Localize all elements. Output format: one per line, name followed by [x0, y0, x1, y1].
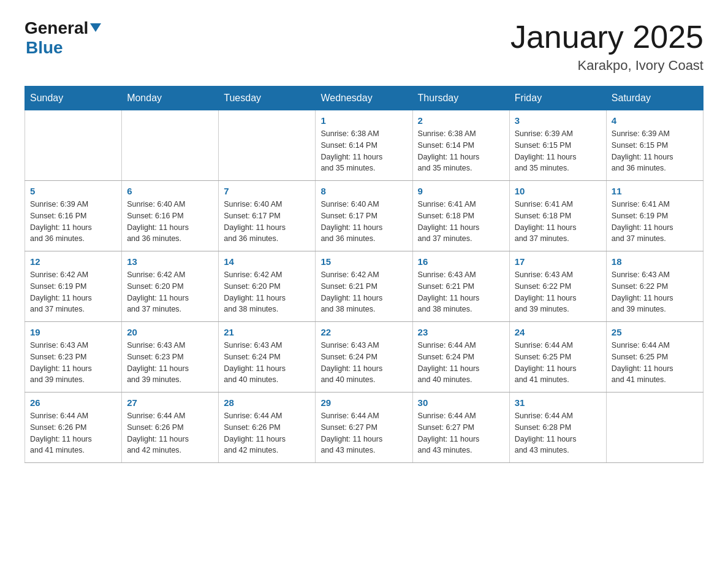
day-number: 2	[418, 115, 504, 126]
day-info: Sunrise: 6:41 AMSunset: 6:18 PMDaylight:…	[515, 199, 601, 245]
day-info: Sunrise: 6:44 AMSunset: 6:26 PMDaylight:…	[224, 410, 310, 456]
calendar-cell: 16Sunrise: 6:43 AMSunset: 6:21 PMDayligh…	[412, 251, 509, 322]
day-info: Sunrise: 6:44 AMSunset: 6:26 PMDaylight:…	[30, 410, 116, 456]
calendar-week-row-3: 12Sunrise: 6:42 AMSunset: 6:19 PMDayligh…	[25, 251, 703, 322]
day-info: Sunrise: 6:44 AMSunset: 6:25 PMDaylight:…	[515, 340, 601, 386]
calendar-cell: 19Sunrise: 6:43 AMSunset: 6:23 PMDayligh…	[25, 322, 122, 393]
calendar-cell: 25Sunrise: 6:44 AMSunset: 6:25 PMDayligh…	[606, 322, 703, 393]
day-number: 11	[612, 186, 698, 196]
day-info: Sunrise: 6:43 AMSunset: 6:24 PMDaylight:…	[320, 340, 407, 386]
calendar-week-row-5: 26Sunrise: 6:44 AMSunset: 6:26 PMDayligh…	[25, 393, 703, 463]
weekday-header-wednesday: Wednesday	[316, 86, 412, 110]
day-info: Sunrise: 6:43 AMSunset: 6:22 PMDaylight:…	[515, 269, 601, 315]
calendar-cell: 8Sunrise: 6:40 AMSunset: 6:17 PMDaylight…	[316, 181, 412, 251]
svg-marker-0	[90, 23, 101, 32]
calendar-week-row-1: 1Sunrise: 6:38 AMSunset: 6:14 PMDaylight…	[25, 110, 703, 181]
day-number: 5	[30, 186, 116, 196]
day-number: 15	[320, 256, 407, 267]
logo-general-text: General	[25, 18, 88, 38]
day-number: 12	[30, 256, 116, 267]
day-number: 19	[30, 327, 116, 337]
day-number: 9	[418, 186, 504, 196]
calendar-cell: 23Sunrise: 6:44 AMSunset: 6:24 PMDayligh…	[412, 322, 509, 393]
calendar-cell	[25, 110, 122, 181]
calendar-title: January 2025	[510, 18, 703, 55]
day-number: 27	[127, 397, 213, 408]
calendar-cell: 7Sunrise: 6:40 AMSunset: 6:17 PMDaylight…	[219, 181, 316, 251]
day-info: Sunrise: 6:39 AMSunset: 6:15 PMDaylight:…	[612, 128, 698, 174]
day-number: 20	[127, 327, 213, 337]
calendar-cell: 9Sunrise: 6:41 AMSunset: 6:18 PMDaylight…	[412, 181, 509, 251]
day-number: 13	[127, 256, 213, 267]
calendar-cell: 1Sunrise: 6:38 AMSunset: 6:14 PMDaylight…	[316, 110, 412, 181]
day-number: 21	[224, 327, 310, 337]
day-info: Sunrise: 6:43 AMSunset: 6:21 PMDaylight:…	[418, 269, 504, 315]
day-number: 7	[224, 186, 310, 196]
day-number: 23	[418, 327, 504, 337]
weekday-header-saturday: Saturday	[606, 86, 703, 110]
day-info: Sunrise: 6:44 AMSunset: 6:28 PMDaylight:…	[515, 410, 601, 456]
calendar-cell: 18Sunrise: 6:43 AMSunset: 6:22 PMDayligh…	[606, 251, 703, 322]
day-info: Sunrise: 6:41 AMSunset: 6:18 PMDaylight:…	[418, 199, 504, 245]
logo: General Blue	[25, 18, 101, 58]
calendar-cell: 28Sunrise: 6:44 AMSunset: 6:26 PMDayligh…	[219, 393, 316, 463]
calendar-cell: 24Sunrise: 6:44 AMSunset: 6:25 PMDayligh…	[509, 322, 606, 393]
calendar-table: SundayMondayTuesdayWednesdayThursdayFrid…	[25, 86, 703, 463]
day-info: Sunrise: 6:44 AMSunset: 6:27 PMDaylight:…	[320, 410, 407, 456]
weekday-header-sunday: Sunday	[25, 86, 122, 110]
logo-blue-text: Blue	[26, 38, 63, 58]
calendar-subtitle: Karakpo, Ivory Coast	[510, 58, 703, 74]
calendar-cell: 17Sunrise: 6:43 AMSunset: 6:22 PMDayligh…	[509, 251, 606, 322]
day-number: 18	[612, 256, 698, 267]
day-info: Sunrise: 6:43 AMSunset: 6:23 PMDaylight:…	[127, 340, 213, 386]
calendar-cell: 29Sunrise: 6:44 AMSunset: 6:27 PMDayligh…	[316, 393, 412, 463]
day-info: Sunrise: 6:42 AMSunset: 6:19 PMDaylight:…	[30, 269, 116, 315]
weekday-header-thursday: Thursday	[412, 86, 509, 110]
calendar-cell: 26Sunrise: 6:44 AMSunset: 6:26 PMDayligh…	[25, 393, 122, 463]
weekday-header-friday: Friday	[509, 86, 606, 110]
day-number: 3	[515, 115, 601, 126]
day-info: Sunrise: 6:42 AMSunset: 6:20 PMDaylight:…	[127, 269, 213, 315]
calendar-cell: 31Sunrise: 6:44 AMSunset: 6:28 PMDayligh…	[509, 393, 606, 463]
day-info: Sunrise: 6:40 AMSunset: 6:16 PMDaylight:…	[127, 199, 213, 245]
calendar-cell: 6Sunrise: 6:40 AMSunset: 6:16 PMDaylight…	[122, 181, 219, 251]
day-number: 4	[612, 115, 698, 126]
day-number: 6	[127, 186, 213, 196]
day-info: Sunrise: 6:43 AMSunset: 6:23 PMDaylight:…	[30, 340, 116, 386]
calendar-cell	[606, 393, 703, 463]
calendar-week-row-4: 19Sunrise: 6:43 AMSunset: 6:23 PMDayligh…	[25, 322, 703, 393]
logo-triangle-icon	[90, 23, 101, 34]
calendar-cell: 10Sunrise: 6:41 AMSunset: 6:18 PMDayligh…	[509, 181, 606, 251]
day-info: Sunrise: 6:38 AMSunset: 6:14 PMDaylight:…	[320, 128, 407, 174]
day-info: Sunrise: 6:39 AMSunset: 6:16 PMDaylight:…	[30, 199, 116, 245]
page-header: General Blue January 2025 Karakpo, Ivory…	[25, 18, 703, 74]
title-block: January 2025 Karakpo, Ivory Coast	[510, 18, 703, 74]
day-info: Sunrise: 6:41 AMSunset: 6:19 PMDaylight:…	[612, 199, 698, 245]
day-number: 31	[515, 397, 601, 408]
day-number: 25	[612, 327, 698, 337]
day-number: 26	[30, 397, 116, 408]
day-number: 24	[515, 327, 601, 337]
day-info: Sunrise: 6:43 AMSunset: 6:22 PMDaylight:…	[612, 269, 698, 315]
day-info: Sunrise: 6:40 AMSunset: 6:17 PMDaylight:…	[320, 199, 407, 245]
day-info: Sunrise: 6:44 AMSunset: 6:24 PMDaylight:…	[418, 340, 504, 386]
weekday-header-row: SundayMondayTuesdayWednesdayThursdayFrid…	[25, 86, 703, 110]
calendar-cell: 12Sunrise: 6:42 AMSunset: 6:19 PMDayligh…	[25, 251, 122, 322]
day-info: Sunrise: 6:39 AMSunset: 6:15 PMDaylight:…	[515, 128, 601, 174]
day-number: 16	[418, 256, 504, 267]
calendar-cell: 21Sunrise: 6:43 AMSunset: 6:24 PMDayligh…	[219, 322, 316, 393]
day-number: 22	[320, 327, 407, 337]
day-info: Sunrise: 6:43 AMSunset: 6:24 PMDaylight:…	[224, 340, 310, 386]
calendar-cell	[219, 110, 316, 181]
day-number: 30	[418, 397, 504, 408]
day-info: Sunrise: 6:44 AMSunset: 6:26 PMDaylight:…	[127, 410, 213, 456]
day-number: 1	[320, 115, 407, 126]
day-info: Sunrise: 6:44 AMSunset: 6:27 PMDaylight:…	[418, 410, 504, 456]
calendar-cell: 5Sunrise: 6:39 AMSunset: 6:16 PMDaylight…	[25, 181, 122, 251]
day-info: Sunrise: 6:42 AMSunset: 6:21 PMDaylight:…	[320, 269, 407, 315]
calendar-cell: 3Sunrise: 6:39 AMSunset: 6:15 PMDaylight…	[509, 110, 606, 181]
weekday-header-monday: Monday	[122, 86, 219, 110]
calendar-cell: 22Sunrise: 6:43 AMSunset: 6:24 PMDayligh…	[316, 322, 412, 393]
calendar-cell	[122, 110, 219, 181]
day-number: 8	[320, 186, 407, 196]
